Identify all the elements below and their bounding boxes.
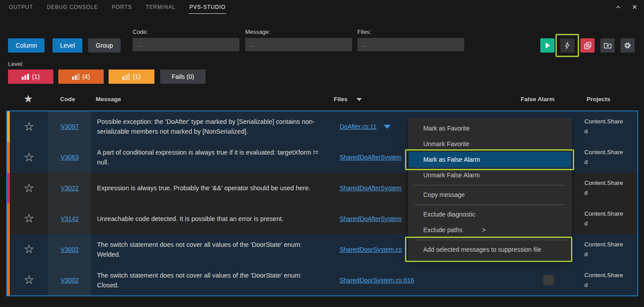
diagnostic-code-link[interactable]: V3097 — [61, 123, 78, 130]
false-alarm-checkbox[interactable] — [543, 275, 554, 285]
menu-item-unmark-false-alarm[interactable]: Unmark False Alarm — [409, 168, 571, 183]
menu-item-mark-false-alarm[interactable]: Mark as False Alarm — [409, 152, 571, 168]
file-link[interactable]: SharedDoorSystem.cs — [340, 246, 402, 253]
diagnostic-message: Unreachable code detected. It is possibl… — [91, 203, 334, 234]
column-button[interactable]: Column — [8, 38, 45, 53]
level-high-count: (1) — [32, 73, 40, 80]
menu-item-exclude-paths-label: Exclude paths — [423, 226, 462, 233]
favorite-column-star-icon: ★ — [24, 94, 32, 104]
panel-tab-bar: OUTPUT DEBUG CONSOLE PORTS TERMINAL PVS-… — [0, 0, 644, 16]
diagnostic-code-link[interactable]: V3022 — [61, 184, 78, 192]
gear-icon — [623, 41, 632, 50]
group-button[interactable]: Group — [88, 38, 121, 53]
code-filter-label: Code: — [133, 29, 239, 35]
table-header: ★ Code Message Files False Alarm Project… — [0, 89, 644, 111]
files-column-header[interactable]: Files — [334, 96, 362, 102]
diagnostic-code-link[interactable]: V3142 — [61, 215, 78, 222]
favorite-star-icon[interactable]: ☆ — [24, 243, 34, 255]
level-low-count: (1) — [133, 73, 140, 80]
files-column-label: Files — [334, 96, 348, 102]
project-name: Content.Shared — [584, 147, 625, 167]
menu-item-add-to-suppression-file[interactable]: Add selected messages to suppression fil… — [409, 242, 571, 258]
settings-button[interactable] — [620, 38, 635, 53]
files-filter-label: Files: — [357, 29, 464, 35]
menu-item-copy-message[interactable]: Copy message — [409, 187, 571, 203]
tab-output[interactable]: OUTPUT — [8, 2, 33, 14]
severity-low-icon — [122, 74, 130, 80]
severity-medium-icon — [72, 74, 79, 80]
favorite-star-icon[interactable]: ☆ — [24, 213, 34, 225]
diagnostic-message: A part of conditional expression is alwa… — [91, 142, 334, 173]
diagnostic-message: Expression is always true. Probably the … — [91, 173, 334, 204]
suppression-button[interactable] — [580, 38, 595, 53]
file-link[interactable]: SharedDoAfterSystem — [340, 154, 401, 161]
tab-pvs-studio[interactable]: PVS-STUDIO — [189, 2, 226, 14]
fails-count: Fails (0) — [172, 73, 194, 80]
files-dropdown-icon[interactable] — [356, 98, 362, 101]
message-column-header: Message — [96, 96, 121, 102]
menu-item-unmark-favorite[interactable]: Unmark Favorite — [409, 136, 571, 152]
file-link[interactable]: DoAfter.cs:11 — [340, 123, 377, 130]
level-medium-badge[interactable]: (4) — [58, 70, 104, 84]
open-report-button[interactable] — [600, 38, 615, 53]
message-filter: Message: — [245, 29, 352, 51]
files-filter: Files: — [357, 29, 464, 51]
project-name: Content.Shared — [584, 178, 625, 198]
tab-terminal[interactable]: TERMINAL — [145, 2, 176, 14]
diagnostic-message: Possible exception: the 'DoAfter' type m… — [91, 111, 334, 142]
message-filter-label: Message: — [245, 29, 352, 35]
tab-debug-console[interactable]: DEBUG CONSOLE — [46, 2, 98, 14]
level-medium-count: (4) — [82, 73, 90, 80]
favorite-star-icon[interactable]: ☆ — [24, 121, 34, 133]
code-filter-input[interactable] — [133, 38, 239, 51]
lightning-icon — [563, 41, 571, 49]
menu-item-mark-favorite[interactable]: Mark as Favorite — [409, 121, 571, 136]
false-alarm-column-header: False Alarm — [521, 96, 555, 102]
level-low-badge[interactable]: (1) — [109, 70, 154, 84]
tab-ports[interactable]: PORTS — [111, 2, 132, 14]
level-filter-label: Level: — [8, 61, 24, 67]
chevron-up-icon[interactable] — [614, 3, 622, 11]
file-dropdown-icon[interactable] — [384, 125, 391, 129]
open-folder-icon — [603, 41, 612, 50]
play-icon — [543, 41, 552, 50]
menu-separator — [414, 185, 566, 185]
fails-badge[interactable]: Fails (0) — [160, 70, 206, 84]
project-name: Content.Shared — [584, 270, 625, 290]
favorite-star-icon[interactable]: ☆ — [24, 182, 34, 194]
message-filter-input[interactable] — [245, 38, 352, 51]
favorite-star-icon[interactable]: ☆ — [24, 274, 34, 286]
files-filter-input[interactable] — [357, 38, 464, 51]
favorite-star-icon[interactable]: ☆ — [24, 151, 34, 164]
file-link[interactable]: SharedDoorSystem.cs:616 — [340, 277, 414, 284]
run-analysis-button[interactable] — [540, 38, 555, 53]
level-button[interactable]: Level — [53, 38, 82, 53]
project-name: Content.Shared — [584, 117, 625, 136]
menu-separator — [414, 240, 566, 240]
diagnostic-message: The switch statement does not cover all … — [91, 234, 334, 265]
projects-column-header: Projects — [587, 96, 610, 102]
diagnostic-code-link[interactable]: V3002 — [61, 246, 78, 253]
severity-high-icon — [22, 74, 29, 80]
table-row[interactable]: ☆ V3002 The switch statement does not co… — [7, 265, 637, 295]
quick-analysis-button[interactable] — [560, 38, 575, 53]
menu-item-exclude-paths[interactable]: Exclude paths> — [409, 222, 571, 238]
project-name: Content.Shared — [584, 209, 625, 229]
file-link[interactable]: SharedDoAfterSystem — [340, 184, 401, 192]
file-link[interactable]: SharedDoAfterSystem — [340, 215, 401, 222]
code-filter: Code: — [133, 29, 239, 51]
menu-item-exclude-diagnostic[interactable]: Exclude diagnostic — [409, 207, 571, 222]
submenu-chevron-icon: > — [482, 222, 486, 238]
context-menu: Mark as Favorite Unmark Favorite Mark as… — [409, 119, 571, 260]
diagnostic-message: The switch statement does not cover all … — [91, 265, 334, 295]
suppression-files-icon — [583, 41, 592, 50]
code-column-header: Code — [60, 96, 75, 102]
level-high-badge[interactable]: (1) — [8, 70, 53, 84]
project-name: Content.Shared — [584, 240, 625, 259]
diagnostic-code-link[interactable]: V3063 — [61, 154, 78, 161]
diagnostic-code-link[interactable]: V3002 — [61, 277, 78, 284]
menu-separator — [414, 205, 566, 205]
close-icon[interactable]: ✕ — [631, 3, 639, 11]
